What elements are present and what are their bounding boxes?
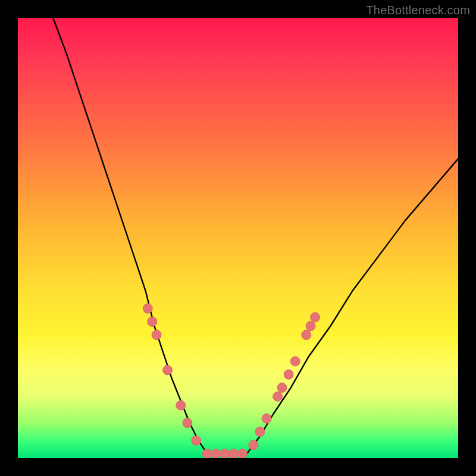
data-point [306,321,315,331]
data-point [148,317,157,327]
data-point [143,303,152,313]
data-point [290,356,300,366]
data-point [302,330,311,340]
data-markers [143,303,320,458]
data-point [284,369,293,379]
data-point [262,414,271,423]
data-point [163,365,173,375]
data-point [220,449,230,458]
data-point [192,436,201,445]
data-point [176,400,186,410]
data-point [211,449,221,458]
data-point [255,427,265,437]
data-point [152,330,161,340]
watermark-text: TheBottleneck.com [366,4,470,17]
curve-line [53,18,458,454]
data-point [311,312,320,322]
data-point [249,440,258,450]
data-point [273,392,283,401]
chart-svg [18,18,458,458]
data-point [229,449,239,458]
bottleneck-curve [53,18,458,454]
data-point [183,418,192,428]
data-point [202,449,212,458]
data-point [277,383,287,393]
chart-stage: TheBottleneck.com [0,0,476,476]
plot-area [18,18,458,458]
data-point [237,449,247,458]
